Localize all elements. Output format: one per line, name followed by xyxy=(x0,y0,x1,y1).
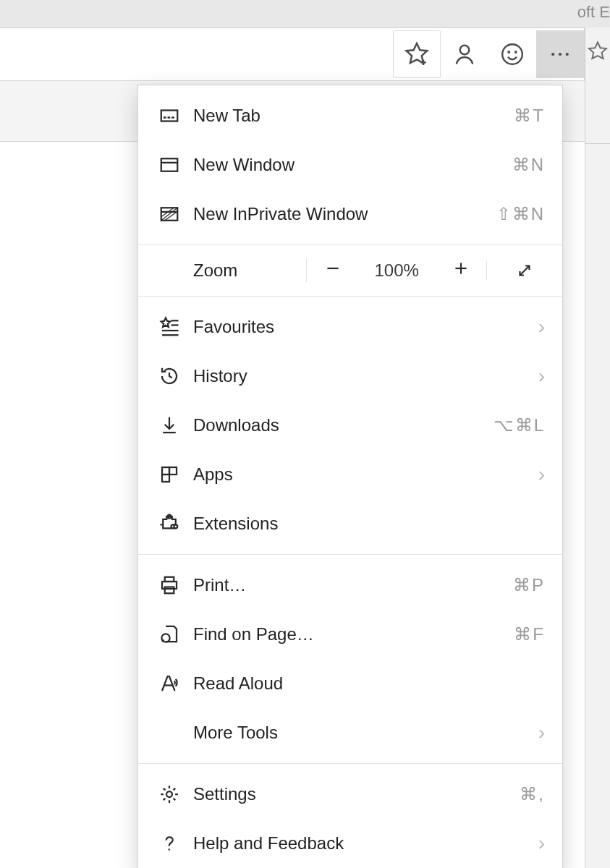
menu-item-label: Help and Feedback xyxy=(186,833,538,854)
svg-rect-9 xyxy=(168,116,171,119)
menu-item-apps[interactable]: Apps › xyxy=(138,450,562,499)
fullscreen-icon xyxy=(515,261,534,280)
menu-item-new-window[interactable]: New Window ⌘N xyxy=(138,140,562,190)
background-favourite-icon xyxy=(587,41,609,65)
svg-point-5 xyxy=(559,53,562,56)
menu-item-label: New InPrivate Window xyxy=(186,204,496,224)
zoom-value: 100% xyxy=(375,260,419,281)
menu-item-print[interactable]: Print… ⌘P xyxy=(138,561,562,610)
svg-point-0 xyxy=(460,46,470,55)
address-field[interactable] xyxy=(0,27,393,81)
chevron-right-icon: › xyxy=(538,315,545,339)
menu-item-read-aloud[interactable]: Read Aloud xyxy=(138,659,562,708)
menu-item-shortcut: ⌥⌘L xyxy=(493,415,545,435)
toolbar xyxy=(0,27,585,81)
more-icon xyxy=(547,41,573,67)
svg-point-6 xyxy=(566,53,569,56)
settings-and-more-menu: New Tab ⌘T New Window ⌘N New InPrivate W… xyxy=(137,85,563,868)
menu-item-favourites[interactable]: Favourites › xyxy=(138,302,562,352)
window-icon xyxy=(158,154,180,176)
menu-item-label: Favourites xyxy=(186,317,538,337)
new-tab-icon xyxy=(158,105,180,127)
svg-point-2 xyxy=(508,51,509,53)
menu-item-label: Read Aloud xyxy=(186,673,545,694)
chevron-right-icon: › xyxy=(538,721,545,744)
svg-rect-10 xyxy=(171,116,174,119)
svg-rect-23 xyxy=(162,467,169,475)
svg-point-35 xyxy=(169,848,171,851)
history-icon xyxy=(158,365,180,387)
svg-rect-30 xyxy=(165,587,174,594)
menu-item-label: More Tools xyxy=(186,723,538,743)
svg-point-1 xyxy=(502,44,522,64)
chevron-right-icon: › xyxy=(538,365,545,388)
inprivate-icon xyxy=(158,203,180,225)
menu-item-label: Settings xyxy=(186,784,520,804)
menu-item-shortcut: ⌘N xyxy=(512,155,545,175)
menu-item-label: History xyxy=(186,366,538,386)
zoom-label: Zoom xyxy=(138,260,306,281)
svg-rect-11 xyxy=(161,158,178,171)
menu-item-label: New Tab xyxy=(186,106,514,126)
svg-point-4 xyxy=(551,53,554,56)
zoom-in-button[interactable] xyxy=(452,259,470,282)
gear-icon xyxy=(158,783,180,805)
profile-icon xyxy=(452,41,478,67)
help-icon xyxy=(158,833,180,854)
more-menu-button[interactable] xyxy=(536,30,584,78)
apps-icon xyxy=(158,464,180,485)
menu-item-label: Print… xyxy=(186,575,513,595)
menu-item-help[interactable]: Help and Feedback › xyxy=(138,819,562,868)
star-add-icon xyxy=(404,41,430,67)
svg-point-27 xyxy=(174,524,177,528)
favourites-icon xyxy=(158,316,180,338)
menu-item-history[interactable]: History › xyxy=(138,352,562,401)
zoom-controls: 100% xyxy=(306,259,486,282)
svg-rect-8 xyxy=(164,116,166,119)
menu-item-label: Extensions xyxy=(186,514,545,534)
menu-item-label: New Window xyxy=(186,155,512,175)
svg-rect-25 xyxy=(162,475,169,482)
background-window-strip xyxy=(585,27,610,868)
menu-item-new-tab[interactable]: New Tab ⌘T xyxy=(138,91,562,140)
add-favourite-button[interactable] xyxy=(393,30,441,78)
toolbar-actions xyxy=(393,30,584,78)
menu-item-settings[interactable]: Settings ⌘, xyxy=(138,770,562,819)
zoom-out-button[interactable] xyxy=(323,259,342,282)
chevron-right-icon: › xyxy=(538,463,545,486)
svg-point-3 xyxy=(515,51,517,53)
profile-button[interactable] xyxy=(441,30,488,78)
svg-rect-7 xyxy=(161,111,178,122)
menu-item-shortcut: ⇧⌘N xyxy=(496,204,545,224)
menu-item-more-tools[interactable]: More Tools › xyxy=(138,708,562,757)
menu-zoom-row: Zoom 100% xyxy=(138,244,562,297)
menu-item-label: Apps xyxy=(186,464,538,485)
svg-point-34 xyxy=(166,791,172,797)
print-icon xyxy=(158,574,180,596)
chevron-right-icon: › xyxy=(538,832,545,855)
menu-item-label: Downloads xyxy=(186,415,493,435)
menu-item-extensions[interactable]: Extensions xyxy=(138,499,562,548)
menu-item-find-on-page[interactable]: Find on Page… ⌘F xyxy=(138,610,562,659)
fullscreen-button[interactable] xyxy=(486,261,562,280)
menu-item-new-inprivate[interactable]: New InPrivate Window ⇧⌘N xyxy=(138,190,562,239)
menu-item-shortcut: ⌘T xyxy=(514,106,545,126)
svg-rect-24 xyxy=(169,467,177,475)
read-aloud-icon xyxy=(158,673,180,694)
menu-item-shortcut: ⌘, xyxy=(520,784,545,804)
feedback-button[interactable] xyxy=(488,30,536,78)
menu-item-label: Find on Page… xyxy=(186,624,514,644)
find-icon xyxy=(158,624,180,645)
menu-item-shortcut: ⌘F xyxy=(514,624,545,644)
menu-item-shortcut: ⌘P xyxy=(513,575,545,595)
smile-icon xyxy=(499,41,525,67)
download-icon xyxy=(158,414,180,436)
extensions-icon xyxy=(158,513,180,535)
menu-item-downloads[interactable]: Downloads ⌥⌘L xyxy=(138,401,562,450)
window-title-fragment: oft E xyxy=(577,0,610,25)
